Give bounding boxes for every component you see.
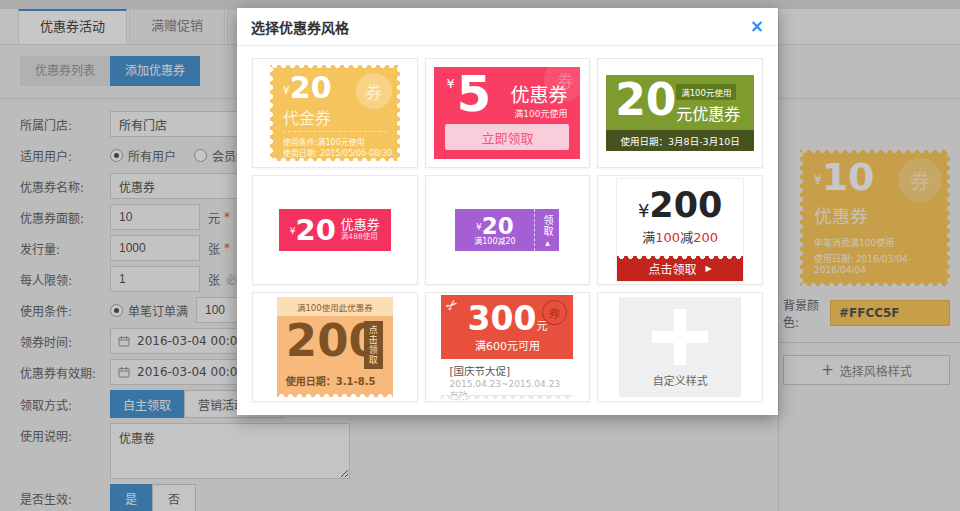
currency-symbol: ¥: [446, 76, 454, 91]
coupon-style-option-custom[interactable]: 自定义样式: [597, 292, 763, 402]
coupon-date: 使用日期: 2015/05/06-08/30: [283, 147, 392, 158]
modal-header: 选择优惠券风格 ×: [237, 8, 778, 46]
coupon-purple-band: ¥20 满100减20 领取 ▲: [455, 209, 559, 251]
triangle-right-icon: ▶: [706, 264, 712, 273]
coupon-condition: 满100减20: [474, 238, 515, 246]
coupon-amount: ¥200: [617, 188, 743, 223]
coupon-amount: 5: [456, 67, 491, 122]
coupon-name: 元优惠券: [676, 101, 740, 125]
claim-now-button: 立即领取: [445, 124, 569, 150]
custom-style-label: 自定义样式: [653, 372, 708, 388]
coupon-style-grid: ¥20 代金券 使用条件:满100元使用 使用日期: 2015/05/06-08…: [237, 46, 778, 414]
coupon-red-white: ✂ 券 300元 满600元可用 [国庆节大促] 2015.04.23~2015…: [441, 295, 573, 399]
coupon-style-option-1[interactable]: ¥20 代金券 使用条件:满100元使用 使用日期: 2015/05/06-08…: [252, 58, 418, 168]
coupon-amount: ¥20: [290, 216, 336, 245]
close-icon[interactable]: ×: [750, 18, 764, 35]
coupon-white-red: ¥200 满100减200 点击领取 ▶: [616, 178, 744, 282]
click-claim-tab: 点击领取: [364, 321, 383, 369]
plus-icon: [652, 309, 708, 365]
triangle-up-icon: ▲: [545, 239, 550, 246]
coupon-date: 使用日期：3月8日-3月10日: [606, 130, 754, 151]
coupon-amount: 20: [615, 75, 676, 126]
coupon-style-option-3[interactable]: 20 满100元使用 元优惠券 使用日期：3月8日-3月10日: [597, 58, 763, 168]
coupon-date: 使用日期：3.1-8.5: [286, 373, 376, 388]
click-claim-button: 点击领取 ▶: [617, 256, 743, 281]
coupon-style-option-4[interactable]: ¥20 优惠券 满488使用: [252, 175, 418, 285]
coupon-pink-band: ¥20 优惠券 满488使用: [279, 209, 391, 251]
coupon-style-option-5[interactable]: ¥20 满100减20 领取 ▲: [425, 175, 591, 285]
coupon-pink: 券 ¥ 5 优惠券 满100元使用 立即领取: [434, 67, 580, 159]
coupon-amount: ¥20: [283, 73, 332, 103]
claim-tab: 领取 ▲: [534, 209, 559, 251]
coupon-olive: 20 满100元使用 元优惠券 使用日期：3月8日-3月10日: [606, 75, 754, 151]
modal-title: 选择优惠券风格: [251, 17, 750, 37]
click-claim-label: 点击领取: [649, 260, 697, 277]
coupon-style-option-2[interactable]: 券 ¥ 5 优惠券 满100元使用 立即领取: [425, 58, 591, 168]
coupon-orange: 满100使用此优惠券 200 点击领取 使用日期：3.1-8.5: [277, 297, 393, 397]
coupon-name: 优惠券: [341, 218, 380, 233]
quan-badge: 券: [356, 73, 392, 109]
coupon-style-modal: 选择优惠券风格 × ¥20 代金券 使用条件:满100元使用 使用日期: 201…: [237, 8, 778, 415]
coupon-name: 优惠券: [510, 80, 567, 107]
coupon-amount: ¥20: [476, 214, 514, 238]
coupon-condition: 满488使用: [341, 233, 380, 242]
coupon-condition: 使用条件:满100元使用: [283, 131, 387, 147]
coupon-style-option-6[interactable]: ¥200 满100减200 点击领取 ▶: [597, 175, 763, 285]
coupon-condition: 满100元使用: [676, 84, 736, 100]
coupon-campaign-tag: [国庆节大促]: [449, 363, 565, 378]
custom-style-box: 自定义样式: [619, 297, 741, 397]
coupon-gold-stamp: ¥20 代金券 使用条件:满100元使用 使用日期: 2015/05/06-08…: [270, 65, 400, 161]
coupon-style-option-8[interactable]: ✂ 券 300元 满600元可用 [国庆节大促] 2015.04.23~2015…: [425, 292, 591, 402]
coupon-style-option-7[interactable]: 满100使用此优惠券 200 点击领取 使用日期：3.1-8.5: [252, 292, 418, 402]
coupon-name: 代金券: [283, 105, 331, 129]
claim-label: 领取: [540, 215, 555, 237]
coupon-condition: 满100元使用: [514, 107, 567, 120]
coupon-condition: 满100减200: [617, 227, 743, 246]
coupon-condition: 满600元可用: [441, 337, 573, 353]
